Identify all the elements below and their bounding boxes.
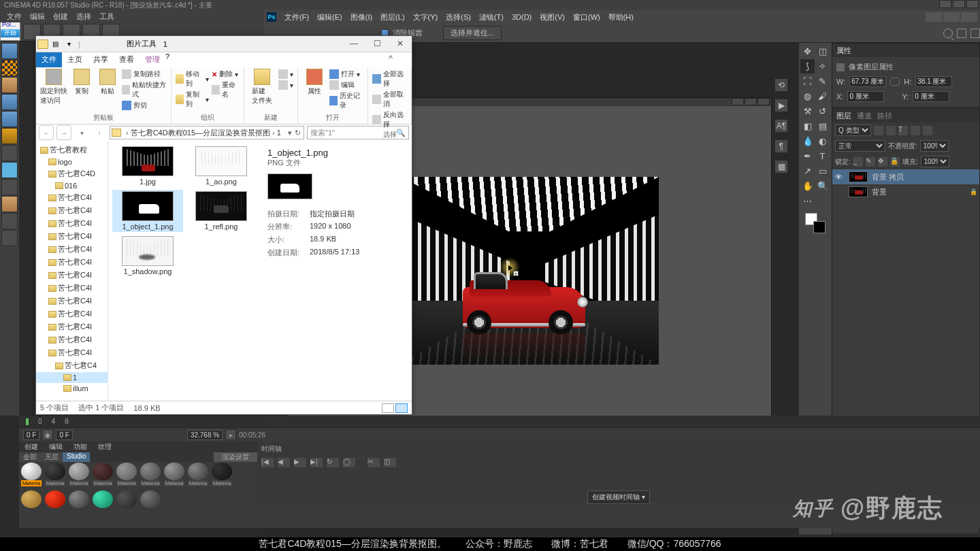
canvas-image[interactable]: + [400, 177, 659, 365]
hand-tool-icon[interactable]: ✋ [800, 179, 815, 193]
new-folder-button[interactable]: 新建 文件夹 [248, 69, 276, 105]
ps-menu-edit[interactable]: 编辑(E) [313, 12, 346, 22]
start-badge[interactable]: 开始 [1, 29, 20, 37]
material-item[interactable]: Materia [139, 463, 162, 490]
tree-node[interactable]: 苦七君C4I [36, 346, 108, 359]
play-panel-icon[interactable]: ▶ [774, 99, 788, 112]
picture-tools-tab[interactable]: 图片工具 [127, 39, 157, 49]
zoom-tool-icon[interactable]: 🔍 [815, 179, 830, 193]
material-item[interactable]: Materia [44, 463, 67, 490]
ps-menu-image[interactable]: 图像(I) [346, 12, 376, 22]
zoom-percent[interactable]: 32.768 % [187, 430, 223, 440]
wand-tool-icon[interactable]: ✧ [815, 59, 830, 73]
tl-prev-icon[interactable]: ◀ [278, 458, 290, 467]
select-invert-button[interactable]: 反向选择 [372, 110, 407, 130]
ps-menu-select[interactable]: 选择(S) [442, 12, 475, 22]
tree-node[interactable]: 苦七君C4I [36, 282, 108, 295]
tool-misc-icon[interactable] [1, 179, 18, 195]
marquee-tool-icon[interactable]: ◫ [815, 44, 830, 59]
tree-node[interactable]: 苦七君C4I [36, 204, 108, 217]
opacity-select[interactable]: 100% [920, 140, 949, 152]
tree-node[interactable]: 苦七君C4I [36, 230, 108, 243]
open-button[interactable]: 打开 ▾ [329, 69, 363, 80]
recent-dropdown[interactable]: ▾ [74, 125, 89, 140]
file-item[interactable]: 1_shadow.png [112, 235, 183, 277]
qat-dropdown-icon[interactable]: ▾ [62, 37, 76, 51]
history-brush-icon[interactable]: ↺ [815, 104, 830, 118]
frame-input[interactable]: 0 F [23, 430, 39, 440]
minimize-button[interactable]: — [342, 36, 365, 51]
layers-tab[interactable]: 图层 [836, 111, 851, 120]
share-tab[interactable]: 共享 [88, 52, 114, 67]
collapse-ribbon-icon[interactable]: ^ [389, 54, 393, 63]
stamp-tool-icon[interactable]: ⚒ [800, 104, 815, 118]
eyedropper-tool-icon[interactable]: ✎ [815, 74, 830, 88]
thumbs-view-button[interactable] [395, 403, 408, 413]
mat-tab-create[interactable]: 创建 [19, 441, 44, 452]
paste-button[interactable]: 粘贴 [96, 69, 119, 111]
filter-type-icon[interactable]: T [898, 126, 908, 135]
edit-button[interactable]: 编辑 [329, 80, 363, 90]
pin-button[interactable]: 固定到快 速访问 [40, 69, 67, 111]
history-button[interactable]: 历史记录 [329, 90, 363, 111]
file-item[interactable]: 1.jpg [112, 145, 183, 187]
tool-generic-icon[interactable] [1, 145, 18, 161]
tl-next-icon[interactable]: ▶| [310, 458, 323, 467]
filter-none[interactable]: 无层 [41, 452, 63, 462]
material-item[interactable]: Materia [186, 463, 210, 490]
lock-pos-icon[interactable]: ✥ [878, 157, 887, 167]
close-button[interactable]: ✕ [389, 36, 412, 51]
filter-all[interactable]: 全部 [19, 452, 41, 462]
select-none-button[interactable]: 全部取消 [372, 89, 407, 110]
tool-round-icon[interactable] [1, 162, 18, 178]
material-balls[interactable]: Materia Materia Materia Materia Materia … [19, 462, 257, 518]
material-item[interactable] [139, 490, 162, 518]
tree-node[interactable]: illum [36, 383, 108, 394]
tool-axis-icon[interactable] [1, 128, 18, 144]
up-button[interactable]: ↑ [92, 125, 107, 140]
home-tab[interactable]: 主页 [62, 52, 88, 67]
tool-cube-icon[interactable] [1, 43, 18, 59]
help-icon[interactable]: ? [165, 52, 169, 67]
swatch-panel-icon[interactable]: ▦ [774, 160, 788, 173]
maximize-button[interactable]: ☐ [365, 36, 389, 51]
tree-node[interactable]: 苦七君C4I [36, 217, 108, 230]
height-input[interactable] [915, 76, 952, 87]
tl-begin-icon[interactable]: |◀ [261, 458, 274, 467]
tree-node[interactable]: 苦七君C4I [36, 191, 108, 204]
refresh-icon[interactable]: ↻ [295, 129, 304, 137]
explorer-titlebar[interactable]: ▤ ▾ | 图片工具 1 — ☐ ✕ [36, 36, 412, 52]
tree-node[interactable]: 苦七君C4I [36, 295, 108, 307]
filter-adjust-icon[interactable] [886, 126, 896, 135]
playhead-icon[interactable] [26, 418, 29, 425]
file-item-selected[interactable]: 1_object_1.png [112, 190, 183, 232]
c4d-window-controls[interactable] [939, 0, 979, 8]
new-item-button[interactable]: ▾ [278, 69, 293, 80]
tree-node[interactable]: 苦七君C4D [36, 167, 108, 180]
tl-mute-icon[interactable]: ◯ [343, 458, 355, 467]
ps-menu-file[interactable]: 文件(F) [280, 12, 313, 22]
tool-box-icon[interactable] [1, 111, 18, 127]
tree-node[interactable]: 苦七君C4I [36, 320, 108, 333]
tl-cut-icon[interactable]: ✂ [368, 458, 380, 467]
ps-window-controls[interactable] [926, 12, 977, 22]
doc-max-icon[interactable] [745, 98, 757, 105]
manage-tab[interactable]: 管理 [140, 52, 165, 67]
visibility-icon[interactable]: 👁 [835, 173, 845, 181]
filter-pixel-icon[interactable] [874, 126, 883, 135]
path-tool-icon[interactable]: ↗ [800, 164, 815, 178]
ellipsis-icon[interactable]: ⋯ [800, 194, 815, 208]
material-item[interactable]: Materia [20, 463, 43, 490]
back-button[interactable]: ← [39, 125, 54, 140]
material-item[interactable] [20, 490, 43, 518]
ps-menu-type[interactable]: 文字(Y) [409, 12, 442, 22]
history-panel-icon[interactable]: ⟲ [774, 78, 788, 92]
dodge-tool-icon[interactable]: ◐ [815, 134, 830, 148]
tree-node[interactable]: 苦七君教程 [36, 144, 108, 156]
filter-shape-icon[interactable] [911, 126, 920, 135]
tree-node[interactable]: logo [36, 156, 108, 167]
shape-tool-icon[interactable]: ▭ [815, 164, 830, 178]
color-swatch[interactable] [805, 213, 826, 233]
paragraph-panel-icon[interactable]: ¶ [774, 139, 788, 153]
tool-misc3-icon[interactable] [1, 230, 18, 246]
